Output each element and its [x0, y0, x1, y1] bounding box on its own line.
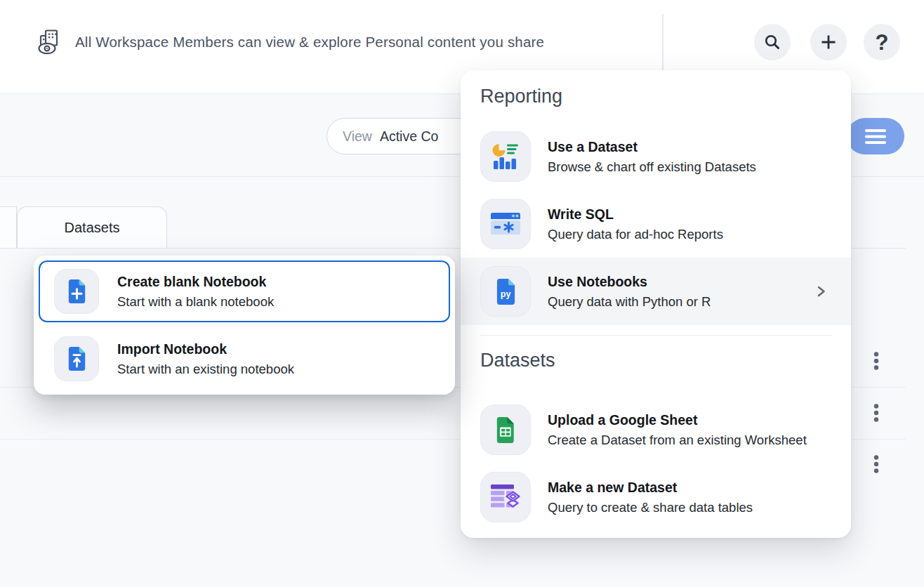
menu-item-subtitle: Query to create & share data tables	[548, 500, 753, 515]
icon-tile	[480, 131, 531, 182]
menu-item-texts: Make a new Dataset Query to create & sha…	[548, 480, 753, 515]
menu-item-write-sql[interactable]: Write SQL Query data for ad-hoc Reports	[461, 190, 851, 258]
list-view-toggle-button[interactable]	[847, 118, 904, 154]
menu-item-use-notebooks[interactable]: py Use Notebooks Query data with Python …	[461, 258, 851, 325]
plus-icon	[820, 34, 837, 51]
icon-tile: py	[480, 266, 531, 317]
menu-item-subtitle: Query data for ad-hoc Reports	[548, 227, 723, 242]
new-dataset-icon	[489, 482, 522, 512]
import-notebook-icon	[67, 346, 87, 371]
menu-item-texts: Upload a Google Sheet Create a Dataset f…	[548, 412, 807, 448]
menu-section-divider	[480, 335, 831, 336]
section-title-reporting: Reporting	[480, 86, 562, 107]
menu-item-title: Use Notebooks	[548, 274, 711, 290]
hamburger-icon	[865, 129, 886, 144]
icon-tile	[54, 336, 99, 381]
svg-text:py: py	[500, 289, 510, 299]
dataset-chart-icon	[491, 143, 520, 171]
icon-tile	[54, 269, 99, 314]
workspace-sharing-notice: All Workspace Members can view & explore…	[37, 29, 544, 55]
chevron-right-icon	[814, 284, 827, 298]
menu-item-make-new-dataset[interactable]: Make a new Dataset Query to create & sha…	[461, 463, 851, 531]
menu-item-texts: Create blank Notebook Start with a blank…	[117, 274, 274, 310]
create-button[interactable]	[810, 24, 847, 60]
menu-item-texts: Use a Dataset Browse & chart off existin…	[548, 139, 756, 175]
menu-item-title: Use a Dataset	[548, 139, 756, 155]
section-title-datasets: Datasets	[480, 350, 555, 371]
menu-item-subtitle: Query data with Python or R	[548, 294, 711, 310]
menu-item-upload-google-sheet[interactable]: Upload a Google Sheet Create a Dataset f…	[461, 396, 851, 463]
help-button[interactable]: ?	[864, 24, 900, 60]
menu-item-import-notebook[interactable]: Import Notebook Start with an existing n…	[39, 328, 450, 390]
menu-item-texts: Use Notebooks Query data with Python or …	[548, 274, 711, 310]
menu-item-texts: Write SQL Query data for ad-hoc Reports	[548, 206, 723, 242]
question-mark-icon: ?	[876, 32, 889, 53]
menu-item-title: Make a new Dataset	[548, 480, 753, 496]
kebab-icon	[873, 352, 879, 370]
menu-item-title: Upload a Google Sheet	[548, 412, 807, 428]
view-filter-value: Active Co	[380, 128, 438, 145]
kebab-icon	[873, 404, 879, 422]
search-icon	[764, 34, 781, 51]
menu-item-title: Import Notebook	[117, 341, 294, 357]
create-notebook-icon	[67, 279, 87, 304]
python-notebook-icon: py	[495, 278, 517, 305]
view-filter-label: View	[343, 128, 372, 145]
workspace-sharing-notice-text: All Workspace Members can view & explore…	[75, 34, 544, 51]
icon-tile	[480, 199, 531, 249]
google-sheet-icon	[495, 416, 516, 444]
menu-item-subtitle: Start with an existing notebook	[117, 362, 294, 377]
notebook-submenu: Create blank Notebook Start with a blank…	[34, 256, 455, 395]
menu-item-use-a-dataset[interactable]: Use a Dataset Browse & chart off existin…	[461, 123, 851, 190]
icon-tile	[480, 472, 531, 522]
kebab-icon	[873, 455, 879, 473]
row-actions-button[interactable]	[866, 348, 886, 374]
sql-window-icon	[490, 211, 521, 237]
workspace-visibility-icon	[37, 29, 65, 55]
menu-item-create-blank-notebook[interactable]: Create blank Notebook Start with a blank…	[39, 260, 450, 322]
create-menu-popover: Reporting Use a Dataset Browse & chart o	[461, 70, 851, 538]
row-actions-button[interactable]	[866, 451, 886, 477]
search-button[interactable]	[754, 24, 791, 60]
menu-item-subtitle: Start with a blank notebook	[117, 294, 274, 310]
menu-item-subtitle: Create a Dataset from an existing Worksh…	[548, 433, 807, 448]
row-actions-button[interactable]	[866, 400, 886, 426]
menu-item-title: Create blank Notebook	[117, 274, 274, 290]
menu-item-subtitle: Browse & chart off existing Datasets	[548, 159, 756, 175]
app-screen: All Workspace Members can view & explore…	[0, 0, 924, 587]
menu-item-title: Write SQL	[548, 206, 723, 223]
tab-datasets-label: Datasets	[65, 220, 120, 236]
tab-datasets[interactable]: Datasets	[17, 206, 167, 248]
tab-partial-left[interactable]	[0, 206, 17, 248]
header-divider	[662, 14, 664, 72]
menu-item-texts: Import Notebook Start with an existing n…	[117, 341, 294, 377]
icon-tile	[480, 404, 531, 455]
